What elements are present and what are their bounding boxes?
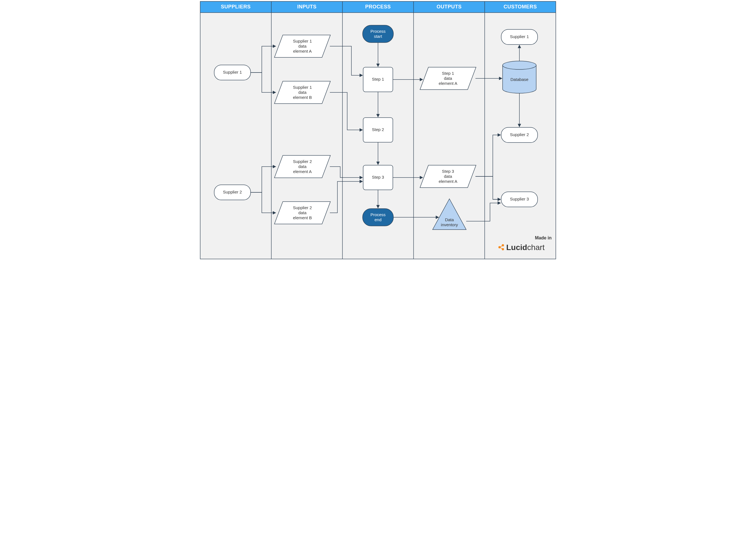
svg-text:Made in: Made in [535, 235, 552, 240]
label-supplier-1: Supplier 1 [223, 70, 242, 74]
svg-text:Step 3: Step 3 [442, 169, 454, 174]
svg-text:Supplier 1: Supplier 1 [293, 39, 312, 43]
svg-text:Step 1: Step 1 [372, 77, 384, 81]
svg-text:Step 2: Step 2 [372, 127, 384, 132]
svg-text:Supplier 3: Supplier 3 [510, 197, 529, 201]
svg-text:Step 1: Step 1 [442, 71, 454, 76]
col-header-process: PROCESS [365, 4, 391, 10]
svg-text:element B: element B [293, 95, 312, 100]
svg-text:data: data [444, 174, 452, 179]
svg-text:Supplier 2: Supplier 2 [510, 132, 529, 137]
svg-text:start: start [374, 34, 382, 39]
svg-text:data: data [298, 44, 307, 48]
svg-text:element A: element A [439, 179, 458, 184]
svg-text:data: data [298, 90, 307, 95]
sipoc-diagram: SUPPLIERS INPUTS PROCESS OUTPUTS CUSTOME… [199, 0, 557, 260]
node-database: Database [503, 61, 536, 93]
svg-text:data: data [444, 76, 452, 81]
svg-text:element A: element A [293, 49, 312, 53]
svg-text:element A: element A [439, 81, 458, 86]
svg-text:end: end [374, 217, 381, 222]
svg-text:element B: element B [293, 215, 312, 220]
svg-text:Process: Process [370, 29, 386, 34]
svg-text:Lucidchart: Lucidchart [506, 243, 545, 252]
col-header-suppliers: SUPPLIERS [221, 4, 251, 10]
svg-text:Supplier 2: Supplier 2 [293, 159, 312, 164]
svg-text:Process: Process [370, 212, 386, 217]
svg-text:data: data [298, 210, 307, 215]
svg-text:Supplier 1: Supplier 1 [510, 34, 529, 39]
svg-text:Step 3: Step 3 [372, 175, 384, 179]
svg-text:Database: Database [510, 77, 528, 82]
svg-text:inventory: inventory [441, 222, 458, 227]
svg-text:Data: Data [445, 217, 454, 222]
col-header-outputs: OUTPUTS [437, 4, 462, 10]
col-header-customers: CUSTOMERS [503, 4, 537, 10]
svg-text:data: data [298, 164, 307, 169]
svg-text:Supplier 2: Supplier 2 [293, 205, 312, 210]
label-supplier-2: Supplier 2 [223, 190, 242, 194]
svg-point-45 [498, 246, 501, 248]
svg-text:Supplier 1: Supplier 1 [293, 85, 312, 90]
svg-point-40 [503, 61, 536, 69]
svg-text:element A: element A [293, 169, 312, 174]
col-header-inputs: INPUTS [297, 4, 316, 10]
